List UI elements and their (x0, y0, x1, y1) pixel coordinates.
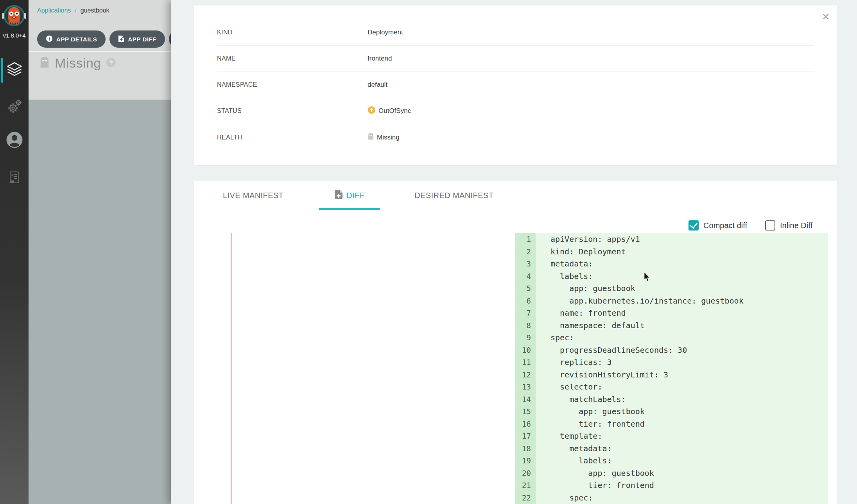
compact-diff-checkbox[interactable] (688, 220, 699, 231)
app-diff-button[interactable]: APP DIFF (109, 30, 165, 48)
inline-diff-checkbox[interactable] (765, 220, 775, 231)
diff-line-code: apiVersion: apps/v1 (536, 233, 828, 246)
diff-line: 10 progressDeadlineSeconds: 30 (515, 344, 828, 357)
gear-icon (6, 98, 23, 116)
diff-line-number: 9 (515, 332, 536, 344)
diff-line-number: 15 (515, 406, 536, 418)
diff-line-number: 2 (515, 246, 536, 258)
summary-row: HEALTH Missing (217, 124, 814, 150)
diff-line-code: labels: (536, 270, 828, 283)
summary-value: Deployment (368, 29, 403, 36)
summary-value: Missing (368, 132, 400, 142)
tab-live-manifest-label: LIVE MANIFEST (223, 191, 283, 200)
diff-line-code: app: guestbook (536, 467, 828, 480)
compact-diff-option[interactable]: Compact diff (688, 220, 747, 231)
diff-line-code: app: guestbook (536, 282, 828, 295)
summary-row: NAME frontend (217, 46, 814, 72)
document-icon (7, 170, 22, 186)
summary-value-text: Missing (377, 134, 400, 141)
diff-line: 8 namespace: default (515, 320, 828, 332)
diff-line-code: spec: (536, 492, 828, 504)
user-icon (5, 131, 23, 150)
tab-desired-manifest-label: DESIRED MANIFEST (414, 191, 493, 200)
breadcrumb-current: guestbook (81, 7, 109, 14)
diff-line-number: 22 (515, 492, 536, 504)
diff-line: 15 app: guestbook (515, 406, 828, 418)
help-icon[interactable]: ? (106, 57, 116, 69)
summary-value-text: OutOfSync (378, 107, 411, 115)
diff-line: 12 revisionHistoryLimit: 3 (515, 369, 828, 381)
diff-line: 22 spec: (515, 492, 828, 504)
inline-diff-option[interactable]: Inline Diff (765, 220, 812, 231)
tab-desired-manifest[interactable]: DESIRED MANIFEST (400, 181, 507, 210)
diff-line-code: metadata: (536, 258, 828, 270)
diff-line-code: app.kubernetes.io/instance: guestbook (536, 295, 828, 307)
diff-line: 19 labels: (515, 455, 828, 467)
diff-line-number: 21 (515, 479, 536, 492)
diff-line-number: 10 (515, 344, 536, 357)
diff-line-number: 14 (515, 393, 536, 406)
diff-line-number: 3 (515, 258, 536, 270)
diff-line-code: template: (536, 430, 828, 443)
app-details-button[interactable]: APP DETAILS (37, 30, 106, 48)
tab-diff[interactable]: DIFF (319, 181, 380, 210)
file-icon (118, 35, 124, 43)
breadcrumb-separator: / (75, 7, 76, 14)
diff-line-code: spec: (536, 332, 828, 344)
diff-line-number: 6 (515, 295, 536, 307)
diff-line-number: 8 (515, 320, 536, 332)
diff-line-number: 13 (515, 381, 536, 393)
summary-row: STATUS OutOfSync (217, 98, 814, 124)
summary-label: KIND (217, 29, 368, 36)
diff-line: 16 tier: frontend (515, 418, 828, 431)
summary-label: STATUS (217, 107, 368, 114)
breadcrumb: Applications / guestbook (37, 7, 109, 14)
summary-value-text: frontend (368, 55, 392, 63)
diff-line: 6 app.kubernetes.io/instance: guestbook (515, 295, 828, 307)
diff-line-number: 20 (515, 467, 536, 480)
sidebar-item-settings[interactable] (0, 93, 29, 121)
out-of-sync-icon (368, 106, 376, 116)
diff-line-number: 12 (515, 369, 536, 381)
version-label: v1.8.0+4 (0, 32, 29, 39)
sidebar-item-applications[interactable] (0, 56, 29, 84)
app-toolbar: APP DETAILS APP DIFF (37, 30, 193, 48)
tab-live-manifest[interactable]: LIVE MANIFEST (223, 181, 301, 210)
diff-line: 11 replicas: 3 (515, 356, 828, 369)
ghost-icon (368, 132, 374, 142)
diff-line: 9 spec: (515, 332, 828, 344)
diff-line: 13 selector: (515, 381, 828, 393)
diff-line-number: 7 (515, 307, 536, 320)
ghost-icon (39, 56, 50, 70)
app-health-heading: Missing ? (39, 55, 116, 71)
diff-option-label: Compact diff (703, 221, 747, 230)
summary-label: NAME (217, 55, 368, 62)
sidebar: v1.8.0+4 (0, 0, 29, 504)
app-health-status: Missing (55, 55, 101, 71)
file-plus-icon (334, 189, 343, 202)
diff-line-code: metadata: (536, 443, 828, 455)
sidebar-item-user-info[interactable] (0, 127, 29, 155)
diff-line: 17 template: (515, 430, 828, 443)
diff-line-code: name: frontend (536, 307, 828, 320)
diff-line: 3 metadata: (515, 258, 828, 270)
sidebar-item-documentation[interactable] (0, 164, 29, 192)
summary-value: OutOfSync (368, 106, 411, 116)
diff-line-number: 17 (515, 430, 536, 443)
breadcrumb-applications-link[interactable]: Applications (37, 7, 71, 14)
resource-details-panel: × KIND Deployment NAME frontend NAMESPAC… (171, 0, 857, 504)
diff-line-code: selector: (536, 381, 828, 393)
argo-logo[interactable] (2, 4, 27, 29)
diff-line-code: matchLabels: (536, 393, 828, 406)
diff-line-number: 1 (515, 233, 536, 246)
close-icon[interactable]: × (819, 9, 833, 23)
diff-line-number: 19 (515, 455, 536, 467)
diff-line-code: kind: Deployment (536, 246, 828, 258)
diff-line-code: revisionHistoryLimit: 3 (536, 369, 828, 381)
resource-summary-card: × KIND Deployment NAME frontend NAMESPAC… (194, 5, 837, 165)
diff-line: 7 name: frontend (515, 307, 828, 320)
diff-line-number: 11 (515, 356, 536, 369)
summary-value-text: Deployment (368, 29, 403, 36)
diff-options: Compact diff Inline Diff (688, 220, 812, 231)
diff-line-code: progressDeadlineSeconds: 30 (536, 344, 828, 357)
